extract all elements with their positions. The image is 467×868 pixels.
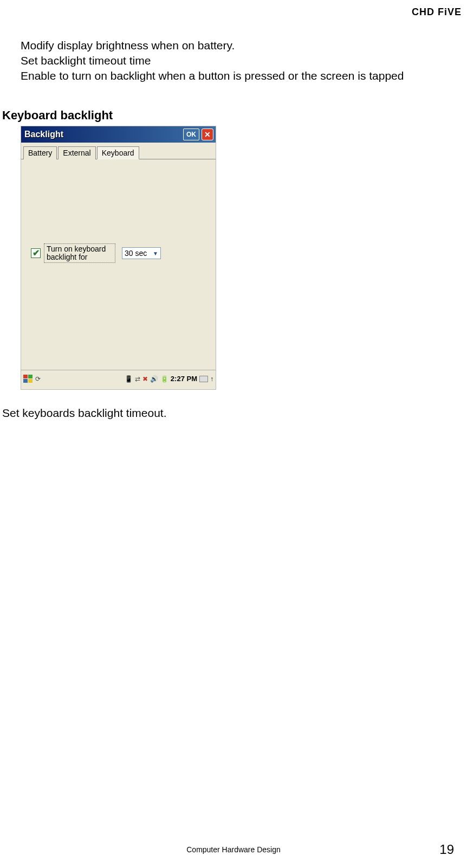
dialog-titlebar: Backlight OK ✕: [21, 126, 216, 143]
timeout-dropdown[interactable]: 30 sec ▼: [122, 247, 161, 259]
tab-external[interactable]: External: [58, 146, 95, 159]
tray-keyboard-icon[interactable]: [199, 376, 208, 382]
tray-disconnect-icon[interactable]: ✖: [142, 375, 148, 383]
tray-battery-icon[interactable]: 🔋: [160, 375, 168, 383]
dialog-title: Backlight: [23, 130, 183, 139]
keyboard-backlight-row: ✔ Turn on keyboard backlight for 30 sec …: [31, 243, 161, 263]
taskbar: ⟳ 📱 ⇄ ✖ 🔊 🔋 2:27 PM ↑: [21, 370, 216, 387]
tray-volume-icon[interactable]: 🔊: [150, 375, 158, 383]
close-button[interactable]: ✕: [202, 128, 213, 140]
ok-button[interactable]: OK: [183, 128, 199, 140]
backlight-dialog-screenshot: Backlight OK ✕ Battery External Keyboard…: [21, 126, 216, 390]
intro-line-3: Enable to turn on backlight when a butto…: [21, 68, 430, 83]
page-header-brand: CHD FiVE: [412, 7, 462, 18]
intro-text-block: Modify display brightness when on batter…: [21, 38, 430, 83]
tab-battery[interactable]: Battery: [23, 146, 57, 159]
tab-content-keyboard: ✔ Turn on keyboard backlight for 30 sec …: [21, 159, 216, 370]
tab-keyboard[interactable]: Keyboard: [97, 146, 139, 159]
page-number: 19: [439, 842, 454, 857]
dialog-tabs: Battery External Keyboard: [21, 143, 216, 159]
intro-line-2: Set backlight timeout time: [21, 53, 430, 68]
intro-line-1: Modify display brightness when on batter…: [21, 38, 430, 53]
chevron-down-icon: ▼: [153, 250, 158, 256]
taskbar-clock[interactable]: 2:27 PM: [171, 375, 197, 383]
section-heading: Keyboard backlight: [2, 108, 113, 123]
keyboard-backlight-label: Turn on keyboard backlight for: [44, 243, 115, 263]
tray-refresh-icon[interactable]: ⟳: [35, 375, 41, 383]
keyboard-backlight-checkbox[interactable]: ✔: [31, 248, 41, 258]
windows-start-icon[interactable]: [23, 375, 33, 383]
tray-arrow-up-icon[interactable]: ↑: [210, 375, 213, 383]
checkmark-icon: ✔: [33, 249, 40, 258]
tray-device-icon[interactable]: 📱: [125, 375, 133, 383]
tray-sync-icon[interactable]: ⇄: [135, 375, 140, 383]
footer-center-text: Computer Hardware Design: [0, 845, 467, 854]
screenshot-caption: Set keyboards backlight timeout.: [2, 407, 167, 420]
timeout-dropdown-value: 30 sec: [125, 249, 147, 258]
